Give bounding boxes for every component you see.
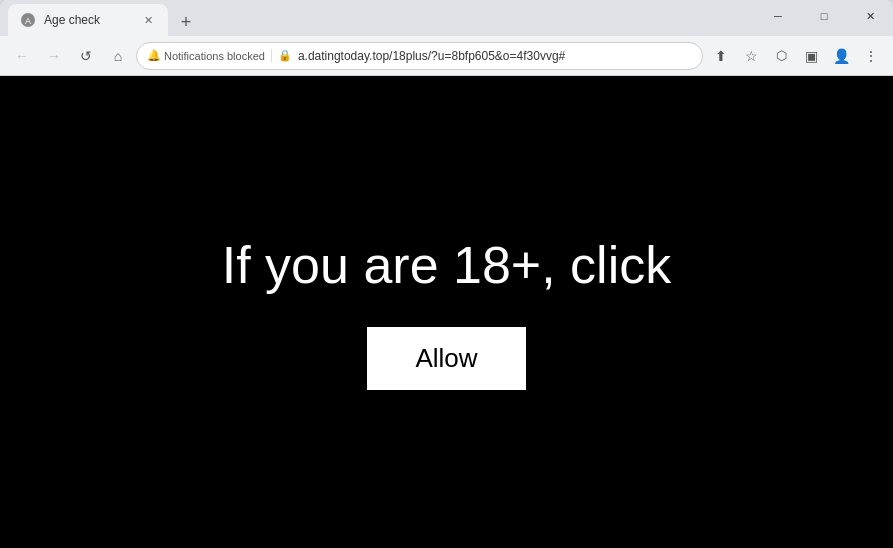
url-text: a.datingtoday.top/18plus/?u=8bfp605&o=4f… bbox=[298, 49, 692, 63]
close-button[interactable]: ✕ bbox=[847, 0, 893, 32]
back-icon: ← bbox=[15, 48, 29, 64]
tab-favicon: A bbox=[20, 12, 36, 28]
forward-button[interactable]: → bbox=[40, 42, 68, 70]
toolbar: ← → ↺ ⌂ 🔔 Notifications blocked 🔒 a.dati… bbox=[0, 36, 893, 76]
age-check-heading: If you are 18+, click bbox=[222, 235, 671, 295]
window-controls: ─ □ ✕ bbox=[755, 0, 893, 32]
tab-close-button[interactable]: ✕ bbox=[140, 12, 156, 28]
active-tab[interactable]: A Age check ✕ bbox=[8, 4, 168, 36]
bookmark-button[interactable]: ☆ bbox=[737, 42, 765, 70]
tab-title: Age check bbox=[44, 13, 132, 27]
dots-icon: ⋮ bbox=[864, 48, 878, 64]
split-icon: ▣ bbox=[805, 48, 818, 64]
extensions-button[interactable]: ⬡ bbox=[767, 42, 795, 70]
reload-icon: ↺ bbox=[80, 48, 92, 64]
page-content: If you are 18+, click Allow bbox=[0, 76, 893, 548]
lock-icon: 🔒 bbox=[278, 49, 292, 62]
reload-button[interactable]: ↺ bbox=[72, 42, 100, 70]
minimize-button[interactable]: ─ bbox=[755, 0, 801, 32]
tabs-row: A Age check ✕ + bbox=[0, 0, 208, 36]
share-button[interactable]: ⬆ bbox=[707, 42, 735, 70]
profile-button[interactable]: 👤 bbox=[827, 42, 855, 70]
forward-icon: → bbox=[47, 48, 61, 64]
restore-button[interactable]: □ bbox=[801, 0, 847, 32]
share-icon: ⬆ bbox=[715, 48, 727, 64]
toolbar-right-actions: ⬆ ☆ ⬡ ▣ 👤 ⋮ bbox=[707, 42, 885, 70]
svg-text:A: A bbox=[25, 16, 31, 26]
home-button[interactable]: ⌂ bbox=[104, 42, 132, 70]
title-bar: A Age check ✕ + ─ □ ✕ bbox=[0, 0, 893, 36]
notification-blocked-indicator: 🔔 Notifications blocked bbox=[147, 49, 272, 62]
browser-window: A Age check ✕ + ─ □ ✕ ← → bbox=[0, 0, 893, 548]
star-icon: ☆ bbox=[745, 48, 758, 64]
back-button[interactable]: ← bbox=[8, 42, 36, 70]
person-icon: 👤 bbox=[833, 48, 850, 64]
home-icon: ⌂ bbox=[114, 48, 122, 64]
bell-slash-icon: 🔔 bbox=[147, 49, 161, 62]
address-bar[interactable]: 🔔 Notifications blocked 🔒 a.datingtoday.… bbox=[136, 42, 703, 70]
new-tab-button[interactable]: + bbox=[172, 8, 200, 36]
allow-button[interactable]: Allow bbox=[367, 327, 525, 390]
split-view-button[interactable]: ▣ bbox=[797, 42, 825, 70]
puzzle-icon: ⬡ bbox=[776, 48, 787, 63]
menu-button[interactable]: ⋮ bbox=[857, 42, 885, 70]
